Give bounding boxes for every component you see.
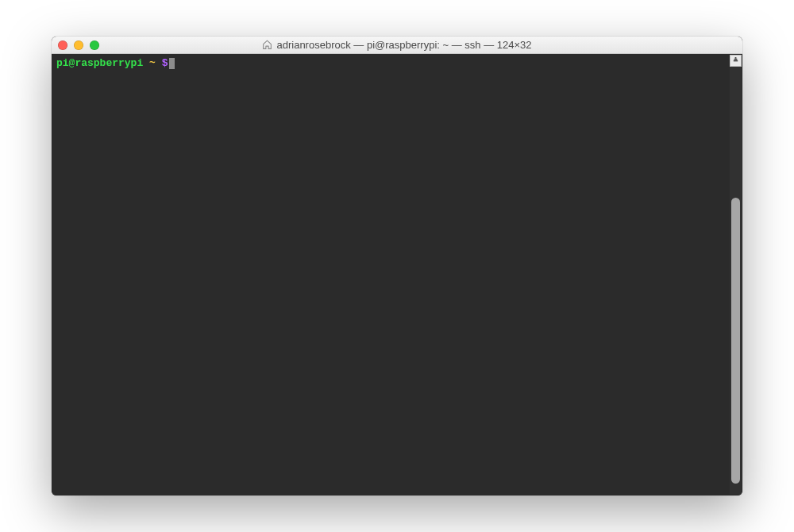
prompt-userhost: pi@raspberrypi — [56, 57, 143, 70]
prompt-line: pi@raspberrypi ~ $ — [56, 57, 738, 70]
close-button[interactable] — [58, 40, 67, 50]
prompt-path: ~ — [149, 57, 156, 70]
cursor-icon — [169, 58, 175, 69]
minimize-button[interactable] — [74, 40, 83, 50]
scrollbar-up-button[interactable] — [730, 55, 742, 67]
svg-rect-1 — [734, 59, 738, 60]
home-icon — [262, 40, 272, 50]
zoom-button[interactable] — [90, 40, 99, 50]
window-title: adrianrosebrock — pi@raspberrypi: ~ — ss… — [276, 39, 531, 51]
titlebar[interactable]: adrianrosebrock — pi@raspberrypi: ~ — ss… — [52, 37, 742, 54]
scrollbar-thumb[interactable] — [731, 198, 740, 484]
svg-rect-0 — [735, 57, 737, 59]
terminal-window: adrianrosebrock — pi@raspberrypi: ~ — ss… — [52, 37, 742, 495]
scrollbar[interactable] — [730, 55, 742, 495]
terminal-body[interactable]: pi@raspberrypi ~ $ — [52, 54, 742, 495]
traffic-lights — [58, 40, 99, 50]
svg-rect-2 — [734, 60, 738, 62]
window-title-wrap: adrianrosebrock — pi@raspberrypi: ~ — ss… — [262, 39, 531, 51]
prompt-sigil: $ — [162, 57, 168, 70]
